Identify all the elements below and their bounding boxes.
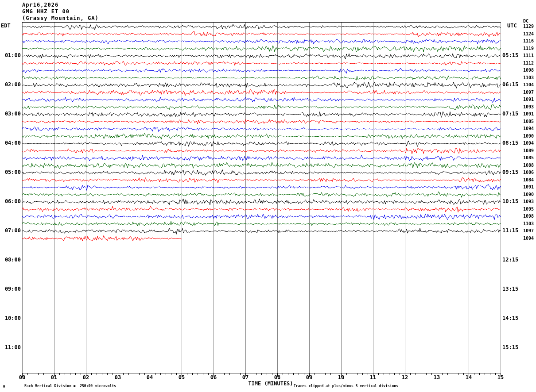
utc-time-label: 11:15 [502,228,523,234]
edt-time-label: 11:00 [0,345,21,350]
dc-value: 1093 [523,199,534,204]
edt-time-label: 01:00 [0,53,21,58]
minute-tick-label: 03 [113,375,123,380]
clip-note: Traces clipped at plus/minus 5 vertical … [294,384,398,388]
utc-time-label: 14:15 [502,315,523,321]
header-date: Apr16,2026 [22,2,58,8]
minute-tick-label: 11 [368,375,378,380]
utc-time-label: 09:15 [502,169,523,175]
dc-value: 1084 [523,177,534,182]
dc-value: 1104 [523,82,534,87]
edt-time-label: 08:00 [0,257,21,263]
helicorder-screen: Apr16,2026 GMG HHZ ET 00 (Grassy Mountai… [0,0,536,392]
dc-value: 1091 [523,111,534,116]
utc-axis-label: UTC [507,23,517,29]
dc-value: 1112 [523,61,534,65]
dc-value: 1088 [523,163,534,168]
dc-value: 1094 [523,126,534,131]
minute-tick-label: 05 [176,375,187,380]
minute-tick-label: 09 [304,375,315,380]
minute-tick-label: 08 [272,375,283,380]
utc-time-label: 06:15 [502,82,523,88]
division-note: Each Vertical Division = 250+00 microvol… [24,384,116,388]
seismogram-canvas [0,0,536,392]
dc-value: 1119 [523,46,534,51]
edt-time-label: 10:00 [0,315,21,321]
dc-value: 1098 [523,214,534,219]
station-code: GMG HHZ ET 00 [22,8,70,15]
minute-tick-label: 06 [208,375,219,380]
utc-time-label: 13:15 [502,286,523,292]
dc-value: 1116 [523,38,534,43]
dc-value: 1094 [523,141,534,146]
dc-value: 1129 [523,24,534,29]
edt-time-label: 09:00 [0,286,21,292]
dc-value: 1090 [523,192,534,197]
edt-axis-label: EDT [1,23,11,29]
dc-value: 1095 [523,207,534,211]
utc-time-label: 10:15 [502,199,523,204]
dc-value: 1091 [523,97,534,102]
dc-column-label: DC [523,19,528,23]
dc-value: 1091 [523,184,534,189]
dc-value: 1103 [523,221,534,226]
minute-tick-label: 10 [336,375,346,380]
edt-time-label: 02:00 [0,82,21,88]
dc-value: 1089 [523,148,534,153]
time-axis-label: TIME (MINUTES) [247,381,295,387]
edt-time-label: 06:00 [0,199,21,204]
dc-value: 1085 [523,119,534,124]
edt-time-label: 07:00 [0,228,21,234]
dc-value: 1098 [523,68,534,73]
utc-time-label: 08:15 [502,140,523,146]
dc-value: 1097 [523,90,534,95]
dc-value: 1111 [523,53,534,58]
minute-tick-label: 13 [431,375,442,380]
dc-value: 1085 [523,155,534,160]
dc-value: 1086 [523,170,534,175]
dc-value: 1094 [523,236,534,241]
utc-time-label: 12:15 [502,257,523,263]
minute-tick-label: 12 [400,375,410,380]
edt-time-label: 05:00 [0,169,21,175]
utc-time-label: 15:15 [502,345,523,350]
dc-value: 1124 [523,31,534,36]
minute-tick-label: 02 [81,375,91,380]
edt-time-label: 04:00 [0,140,21,146]
dc-value: 1093 [523,104,534,109]
minute-tick-label: 07 [240,375,251,380]
minute-tick-label: 01 [49,375,59,380]
station-location: (Grassy Mountain, GA) [22,15,99,21]
minute-tick-label: 04 [144,375,155,380]
dc-value: 1090 [523,134,534,138]
dc-value: 1103 [523,75,534,80]
minute-tick-label: 14 [463,375,474,380]
minute-tick-label: 00 [17,375,27,380]
minute-tick-label: 15 [495,375,506,380]
utc-time-label: 07:15 [502,111,523,117]
utc-time-label: 05:15 [502,53,523,58]
edt-time-label: 03:00 [0,111,21,117]
dc-value: 1097 [523,228,534,233]
watermark: M [3,385,5,388]
